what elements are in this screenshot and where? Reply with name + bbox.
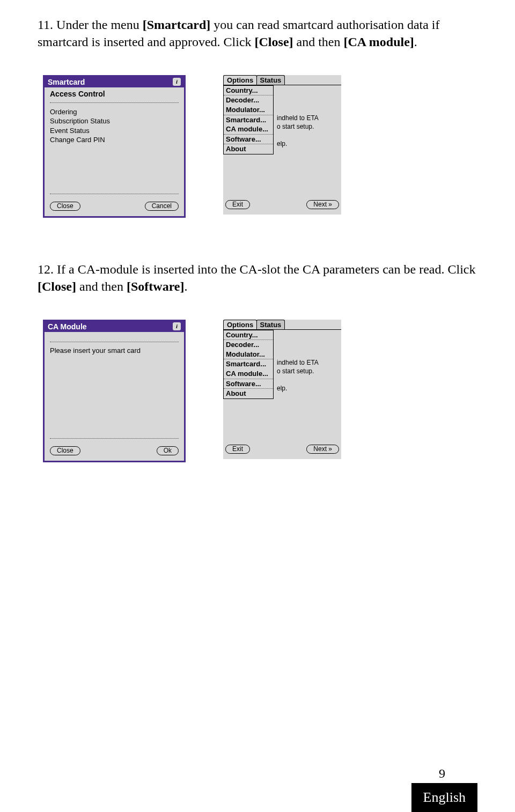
page-number: 9 (411, 766, 477, 781)
menu-item-decoder[interactable]: Decoder... (224, 340, 273, 350)
tab-status[interactable]: Status (256, 320, 285, 329)
list-item[interactable]: Subscription Status (50, 116, 179, 126)
bg-text: o start setup. (277, 123, 314, 130)
options-menu: Country... Decoder... Modulator... Smart… (223, 330, 274, 399)
bg-text: elp. (277, 385, 287, 392)
dialog-menu-list: Ordering Subscription Status Event Statu… (50, 107, 179, 145)
menu-item-modulator[interactable]: Modulator... (224, 105, 273, 115)
language-tab: English (411, 783, 477, 812)
menu-item-country[interactable]: Country... (224, 86, 273, 96)
dialog-heading: Access Control (50, 90, 179, 98)
list-item[interactable]: Event Status (50, 126, 179, 136)
menu-item-software[interactable]: Software... (224, 135, 273, 145)
menu-item-smartcard[interactable]: Smartcard... (224, 359, 273, 369)
cancel-button[interactable]: Cancel (145, 202, 179, 211)
dialog-title-text: Smartcard (48, 78, 85, 86)
dialog-title-text: CA Module (48, 322, 87, 331)
options-panel: Options Status Country... Decoder... Mod… (223, 75, 341, 215)
list-item[interactable]: Ordering (50, 107, 179, 117)
menu-item-camodule[interactable]: CA module... (224, 124, 273, 135)
tab-options[interactable]: Options (223, 75, 257, 85)
menu-item-about[interactable]: About (224, 144, 273, 154)
menu-item-country[interactable]: Country... (224, 330, 273, 341)
bg-text: indheld to ETA (277, 114, 319, 122)
options-menu: Country... Decoder... Modulator... Smart… (223, 85, 274, 154)
tab-options[interactable]: Options (223, 320, 257, 329)
list-item[interactable]: Change Card PIN (50, 135, 179, 145)
instruction-12: 12. If a CA-module is inserted into the … (38, 261, 477, 296)
menu-item-decoder[interactable]: Decoder... (224, 95, 273, 105)
next-button[interactable]: Next » (306, 200, 339, 209)
menu-item-about[interactable]: About (224, 389, 273, 398)
instruction-11: 11. Under the menu [Smartcard] you can r… (38, 16, 477, 51)
info-icon[interactable]: i (173, 322, 181, 330)
menu-item-camodule[interactable]: CA module... (224, 369, 273, 379)
next-button[interactable]: Next » (306, 445, 339, 454)
camodule-dialog: CA Module i Please insert your smart car… (43, 320, 186, 462)
menu-item-software[interactable]: Software... (224, 379, 273, 389)
close-button[interactable]: Close (50, 202, 80, 211)
screenshot-row-1: Smartcard i Access Control Ordering Subs… (38, 75, 477, 218)
tab-status[interactable]: Status (256, 75, 285, 85)
screenshot-row-2: CA Module i Please insert your smart car… (38, 320, 477, 462)
exit-button[interactable]: Exit (225, 200, 250, 209)
menu-item-smartcard[interactable]: Smartcard... (224, 115, 273, 125)
dialog-title-bar: Smartcard i (45, 77, 184, 87)
menu-item-modulator[interactable]: Modulator... (224, 350, 273, 360)
options-panel: Options Status Country... Decoder... Mod… (223, 320, 341, 459)
bg-text: elp. (277, 140, 287, 147)
bg-text: o start setup. (277, 367, 314, 375)
smartcard-dialog: Smartcard i Access Control Ordering Subs… (43, 75, 186, 218)
close-button[interactable]: Close (50, 446, 80, 455)
exit-button[interactable]: Exit (225, 445, 250, 454)
dialog-title-bar: CA Module i (45, 321, 184, 332)
ok-button[interactable]: Ok (157, 446, 179, 455)
page-footer: 9 English (411, 766, 477, 812)
dialog-message: Please insert your smart card (50, 346, 179, 355)
info-icon[interactable]: i (173, 78, 181, 86)
bg-text: indheld to ETA (277, 359, 319, 366)
